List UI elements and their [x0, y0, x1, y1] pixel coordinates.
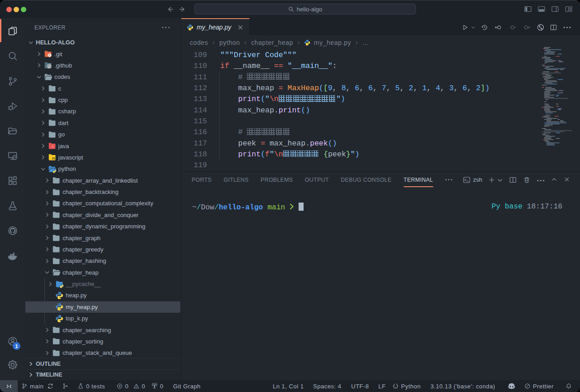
- svg-text:JS: JS: [51, 157, 55, 160]
